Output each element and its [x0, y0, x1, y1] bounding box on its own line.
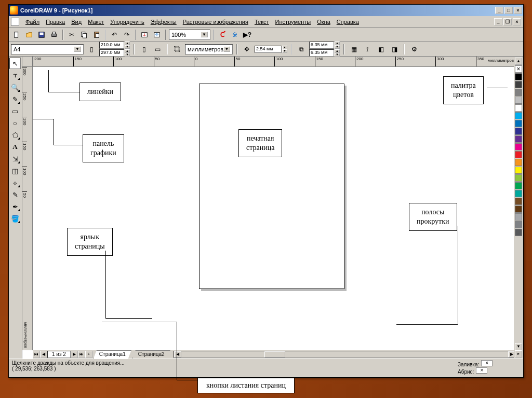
color-swatch[interactable] — [515, 120, 522, 127]
menu-window[interactable]: Окна — [314, 18, 334, 26]
no-color-swatch[interactable] — [515, 65, 522, 73]
height-down[interactable]: ▼ — [125, 53, 130, 57]
scroll-left-button[interactable]: ◀ — [174, 351, 181, 358]
redo-button[interactable]: ↷ — [121, 29, 132, 40]
ellipse-tool[interactable]: ○ — [9, 117, 21, 129]
dup-y-input[interactable]: 6.35 мм — [309, 49, 334, 57]
color-swatch[interactable] — [515, 190, 522, 197]
height-up[interactable]: ▲ — [125, 49, 130, 53]
prev-page-button[interactable]: ◀ — [40, 351, 47, 358]
palette-flyout-button[interactable]: ▸ — [515, 350, 522, 358]
page-tab-2[interactable]: Страница2 — [132, 350, 170, 359]
portrait-orient-button[interactable]: ▯ — [138, 44, 150, 55]
snap-guidelines-button[interactable]: ⟟ — [362, 44, 373, 55]
color-swatch[interactable] — [515, 143, 522, 150]
pick-tool[interactable]: ↖ — [9, 58, 21, 69]
menu-effects[interactable]: Эффекты — [148, 18, 180, 26]
copy-button[interactable] — [78, 29, 90, 40]
facing-pages-button[interactable]: ⿻ — [171, 44, 183, 55]
units-combo[interactable]: миллиметров▼ — [185, 44, 233, 54]
options-button[interactable]: ⚙ — [408, 44, 420, 55]
cut-button[interactable]: ✂ — [66, 29, 77, 40]
new-button[interactable] — [11, 29, 22, 40]
color-swatch[interactable] — [515, 135, 522, 143]
color-swatch[interactable] — [515, 182, 522, 189]
dup-x-input[interactable]: 6.35 мм — [309, 42, 334, 49]
interactive-transparency-tool[interactable]: ◫ — [9, 165, 21, 176]
landscape-orient-button[interactable]: ▭ — [152, 44, 163, 55]
page-tab-1[interactable]: Страница1 — [94, 350, 131, 359]
next-page-button[interactable]: ▶ — [71, 351, 78, 358]
color-swatch[interactable] — [515, 97, 522, 104]
color-swatch[interactable] — [515, 128, 522, 135]
drawing-canvas[interactable]: линейки панель графики ярлык страницы пе… — [33, 67, 516, 350]
close-button[interactable]: × — [514, 7, 522, 14]
nudge-down[interactable]: ▼ — [282, 49, 287, 53]
color-swatch[interactable] — [515, 73, 522, 80]
color-swatch[interactable] — [515, 159, 522, 166]
color-swatch[interactable] — [515, 174, 522, 182]
width-up[interactable]: ▲ — [125, 42, 130, 45]
color-swatch[interactable] — [515, 213, 522, 221]
undo-button[interactable]: ↶ — [109, 29, 120, 40]
snap-objects-button[interactable]: ◧ — [375, 44, 387, 55]
fill-tool[interactable]: 🪣 — [9, 213, 21, 224]
paste-button[interactable] — [91, 29, 102, 40]
first-page-button[interactable]: ⏮ — [33, 351, 40, 358]
print-button[interactable] — [48, 29, 60, 40]
color-swatch[interactable] — [515, 221, 522, 228]
shape-tool[interactable]: ⥾ — [9, 70, 21, 81]
menu-help[interactable]: Справка — [334, 18, 362, 26]
treat-as-filled-button[interactable]: ◨ — [389, 44, 400, 55]
freehand-tool[interactable]: ✎ — [9, 93, 21, 105]
color-swatch[interactable] — [515, 151, 522, 158]
horizontal-ruler[interactable]: 200 150 100 50 0 50 100 150 200 250 300 … — [33, 57, 516, 67]
add-page-button[interactable]: + — [85, 351, 92, 358]
menu-view[interactable]: Вид — [68, 18, 85, 26]
minimize-button[interactable]: _ — [495, 7, 503, 14]
color-swatch[interactable] — [515, 167, 522, 174]
interactive-blend-tool[interactable]: ⟐ — [9, 177, 21, 188]
color-swatch[interactable] — [515, 198, 522, 205]
export-button[interactable] — [151, 29, 163, 40]
open-button[interactable] — [23, 29, 35, 40]
color-swatch[interactable] — [515, 104, 522, 112]
color-swatch[interactable] — [515, 81, 522, 88]
portrait-button[interactable]: ▯ — [86, 44, 97, 55]
last-page-button[interactable]: ⏭ — [78, 351, 85, 358]
ruler-origin[interactable] — [22, 57, 33, 67]
paper-size-combo[interactable]: A4▼ — [11, 44, 84, 54]
text-tool[interactable]: A — [9, 141, 21, 153]
outline-tool[interactable]: ✒ — [9, 201, 21, 212]
mdi-minimize-button[interactable]: _ — [494, 18, 502, 25]
outline-swatch-icon[interactable] — [476, 367, 487, 374]
page-width-input[interactable]: 210.0 мм — [99, 42, 124, 49]
save-button[interactable] — [36, 29, 47, 40]
page-height-input[interactable]: 297.0 мм — [99, 49, 124, 57]
mdi-close-button[interactable]: × — [513, 18, 521, 25]
horizontal-scrollbar[interactable]: ◀ ▶ — [174, 351, 516, 358]
palette-up-button[interactable]: ▲ — [515, 58, 522, 65]
color-swatch[interactable] — [515, 229, 522, 236]
corel-online-button[interactable]: Ƈ — [217, 29, 228, 40]
snap-grid-button[interactable]: ▦ — [348, 44, 360, 55]
document-icon[interactable] — [11, 18, 19, 26]
import-button[interactable] — [139, 29, 150, 40]
width-down[interactable]: ▼ — [125, 45, 130, 49]
color-swatch[interactable] — [515, 89, 522, 96]
color-swatch[interactable] — [515, 205, 522, 213]
hscroll-thumb[interactable] — [264, 351, 285, 358]
eyedropper-tool[interactable]: ✎ — [9, 189, 21, 200]
polygon-tool[interactable]: ⬠ — [9, 129, 21, 141]
menu-layout[interactable]: Макет — [85, 18, 107, 26]
whats-this-button[interactable]: ▶? — [242, 29, 253, 40]
maximize-button[interactable]: □ — [504, 7, 513, 14]
scripts-button[interactable]: ※ — [229, 29, 241, 40]
interactive-fill-tool[interactable]: ⇲ — [9, 153, 21, 164]
zoom-combo[interactable]: 100%▼ — [169, 30, 210, 40]
fill-swatch-icon[interactable] — [481, 360, 493, 366]
nudge-up[interactable]: ▲ — [282, 46, 287, 49]
mdi-restore-button[interactable]: ❐ — [503, 18, 512, 25]
menu-file[interactable]: Файл — [22, 18, 43, 26]
color-swatch[interactable] — [515, 112, 522, 119]
